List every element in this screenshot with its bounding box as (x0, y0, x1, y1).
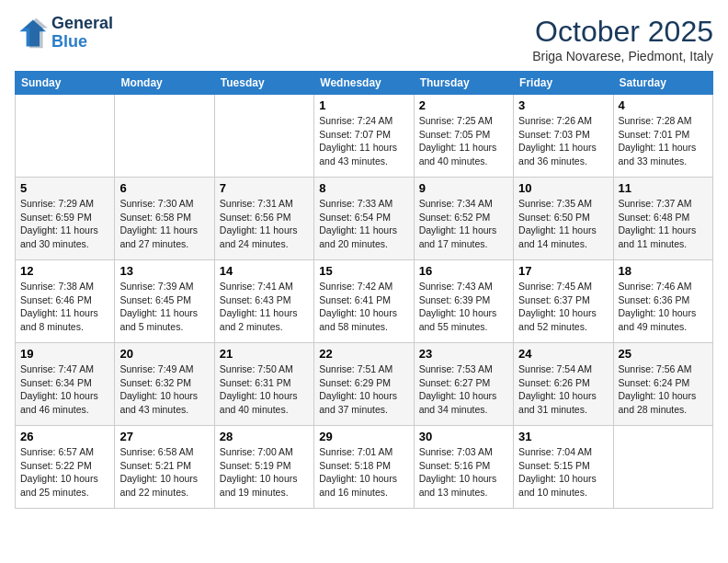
calendar-cell: 1Sunrise: 7:24 AM Sunset: 7:07 PM Daylig… (314, 95, 414, 178)
day-info: Sunrise: 7:35 AM Sunset: 6:50 PM Dayligh… (518, 197, 608, 251)
day-number: 3 (518, 98, 608, 112)
calendar-cell: 15Sunrise: 7:42 AM Sunset: 6:41 PM Dayli… (314, 260, 414, 343)
day-info: Sunrise: 7:38 AM Sunset: 6:46 PM Dayligh… (20, 280, 109, 334)
calendar-cell: 22Sunrise: 7:51 AM Sunset: 6:29 PM Dayli… (314, 343, 414, 426)
day-info: Sunrise: 7:54 AM Sunset: 6:26 PM Dayligh… (518, 362, 608, 417)
calendar-cell: 31Sunrise: 7:04 AM Sunset: 5:15 PM Dayli… (514, 426, 613, 509)
weekday-header: Saturday (613, 72, 712, 95)
calendar-cell: 7Sunrise: 7:31 AM Sunset: 6:56 PM Daylig… (214, 178, 313, 260)
calendar-cell: 30Sunrise: 7:03 AM Sunset: 5:16 PM Dayli… (414, 426, 513, 509)
calendar-cell (214, 95, 313, 178)
calendar-cell: 25Sunrise: 7:56 AM Sunset: 6:24 PM Dayli… (613, 343, 712, 426)
day-number: 23 (419, 347, 508, 361)
calendar-header: SundayMondayTuesdayWednesdayThursdayFrid… (16, 72, 713, 95)
day-number: 8 (319, 181, 408, 195)
calendar-cell: 16Sunrise: 7:43 AM Sunset: 6:39 PM Dayli… (414, 260, 513, 343)
calendar-cell (613, 426, 712, 509)
day-number: 15 (319, 264, 408, 278)
calendar-cell (16, 95, 115, 178)
day-info: Sunrise: 7:00 AM Sunset: 5:19 PM Dayligh… (220, 445, 309, 500)
day-info: Sunrise: 7:01 AM Sunset: 5:18 PM Dayligh… (319, 445, 408, 500)
logo-icon (15, 17, 48, 50)
calendar-cell: 18Sunrise: 7:46 AM Sunset: 6:36 PM Dayli… (613, 260, 712, 343)
day-number: 24 (518, 347, 608, 361)
calendar-cell: 13Sunrise: 7:39 AM Sunset: 6:45 PM Dayli… (115, 260, 214, 343)
day-number: 17 (518, 264, 608, 278)
calendar-cell: 19Sunrise: 7:47 AM Sunset: 6:34 PM Dayli… (16, 343, 115, 426)
day-number: 20 (119, 347, 209, 361)
day-info: Sunrise: 7:43 AM Sunset: 6:39 PM Dayligh… (419, 280, 508, 334)
day-number: 5 (20, 181, 109, 195)
calendar-cell: 4Sunrise: 7:28 AM Sunset: 7:01 PM Daylig… (613, 95, 712, 178)
day-number: 30 (419, 430, 508, 443)
day-number: 28 (220, 430, 309, 443)
day-info: Sunrise: 7:28 AM Sunset: 7:01 PM Dayligh… (619, 114, 708, 168)
weekday-header: Friday (514, 72, 613, 95)
day-info: Sunrise: 7:41 AM Sunset: 6:43 PM Dayligh… (220, 280, 309, 334)
location-subtitle: Briga Novarese, Piedmont, Italy (532, 49, 713, 63)
calendar-cell: 10Sunrise: 7:35 AM Sunset: 6:50 PM Dayli… (514, 178, 613, 260)
day-info: Sunrise: 7:51 AM Sunset: 6:29 PM Dayligh… (319, 362, 408, 417)
day-number: 16 (419, 264, 508, 278)
day-info: Sunrise: 7:03 AM Sunset: 5:16 PM Dayligh… (419, 445, 508, 500)
logo-line1: General (51, 14, 113, 32)
day-info: Sunrise: 6:57 AM Sunset: 5:22 PM Dayligh… (20, 445, 109, 500)
day-number: 6 (119, 181, 209, 195)
calendar-cell: 9Sunrise: 7:34 AM Sunset: 6:52 PM Daylig… (414, 178, 513, 260)
calendar-cell: 26Sunrise: 6:57 AM Sunset: 5:22 PM Dayli… (16, 426, 115, 509)
weekday-header: Tuesday (214, 72, 313, 95)
calendar-cell: 23Sunrise: 7:53 AM Sunset: 6:27 PM Dayli… (414, 343, 513, 426)
calendar-cell: 6Sunrise: 7:30 AM Sunset: 6:58 PM Daylig… (115, 178, 214, 260)
calendar-cell: 3Sunrise: 7:26 AM Sunset: 7:03 PM Daylig… (514, 95, 613, 178)
weekday-header: Monday (115, 72, 214, 95)
day-info: Sunrise: 7:26 AM Sunset: 7:03 PM Dayligh… (518, 114, 608, 168)
day-number: 2 (419, 98, 508, 112)
day-info: Sunrise: 7:45 AM Sunset: 6:37 PM Dayligh… (518, 280, 608, 334)
month-title: October 2025 (532, 15, 713, 49)
day-number: 10 (518, 181, 608, 195)
calendar-cell: 8Sunrise: 7:33 AM Sunset: 6:54 PM Daylig… (314, 178, 414, 260)
day-number: 26 (20, 430, 109, 443)
calendar-cell: 12Sunrise: 7:38 AM Sunset: 6:46 PM Dayli… (16, 260, 115, 343)
day-info: Sunrise: 7:53 AM Sunset: 6:27 PM Dayligh… (419, 362, 508, 417)
day-info: Sunrise: 7:47 AM Sunset: 6:34 PM Dayligh… (20, 362, 109, 417)
logo-line2: Blue (51, 32, 87, 51)
weekday-header: Sunday (16, 72, 115, 95)
weekday-header: Thursday (414, 72, 513, 95)
day-info: Sunrise: 6:58 AM Sunset: 5:21 PM Dayligh… (119, 445, 209, 500)
day-info: Sunrise: 7:42 AM Sunset: 6:41 PM Dayligh… (319, 280, 408, 334)
day-info: Sunrise: 7:33 AM Sunset: 6:54 PM Dayligh… (319, 197, 408, 251)
day-number: 4 (619, 98, 708, 112)
day-number: 13 (119, 264, 209, 278)
day-number: 9 (419, 181, 508, 195)
day-info: Sunrise: 7:49 AM Sunset: 6:32 PM Dayligh… (119, 362, 209, 417)
calendar-cell: 27Sunrise: 6:58 AM Sunset: 5:21 PM Dayli… (115, 426, 214, 509)
day-info: Sunrise: 7:31 AM Sunset: 6:56 PM Dayligh… (220, 197, 309, 251)
calendar-cell: 29Sunrise: 7:01 AM Sunset: 5:18 PM Dayli… (314, 426, 414, 509)
title-block: October 2025 Briga Novarese, Piedmont, I… (532, 15, 713, 63)
day-info: Sunrise: 7:29 AM Sunset: 6:59 PM Dayligh… (20, 197, 109, 251)
day-info: Sunrise: 7:25 AM Sunset: 7:05 PM Dayligh… (419, 114, 508, 168)
day-info: Sunrise: 7:04 AM Sunset: 5:15 PM Dayligh… (518, 445, 608, 500)
weekday-header: Wednesday (314, 72, 414, 95)
day-info: Sunrise: 7:56 AM Sunset: 6:24 PM Dayligh… (619, 362, 708, 417)
day-info: Sunrise: 7:37 AM Sunset: 6:48 PM Dayligh… (619, 197, 708, 251)
calendar-cell: 5Sunrise: 7:29 AM Sunset: 6:59 PM Daylig… (16, 178, 115, 260)
day-number: 29 (319, 430, 408, 443)
day-number: 7 (220, 181, 309, 195)
calendar-cell: 20Sunrise: 7:49 AM Sunset: 6:32 PM Dayli… (115, 343, 214, 426)
calendar-cell: 11Sunrise: 7:37 AM Sunset: 6:48 PM Dayli… (613, 178, 712, 260)
page-header: General Blue October 2025 Briga Novarese… (15, 15, 713, 63)
day-number: 18 (619, 264, 708, 278)
calendar-cell: 28Sunrise: 7:00 AM Sunset: 5:19 PM Dayli… (214, 426, 313, 509)
day-number: 11 (619, 181, 708, 195)
day-number: 31 (518, 430, 608, 443)
day-info: Sunrise: 7:24 AM Sunset: 7:07 PM Dayligh… (319, 114, 408, 168)
day-number: 19 (20, 347, 109, 361)
day-info: Sunrise: 7:46 AM Sunset: 6:36 PM Dayligh… (619, 280, 708, 334)
day-info: Sunrise: 7:50 AM Sunset: 6:31 PM Dayligh… (220, 362, 309, 417)
day-number: 14 (220, 264, 309, 278)
day-number: 22 (319, 347, 408, 361)
day-info: Sunrise: 7:39 AM Sunset: 6:45 PM Dayligh… (119, 280, 209, 334)
calendar-table: SundayMondayTuesdayWednesdayThursdayFrid… (15, 71, 713, 509)
